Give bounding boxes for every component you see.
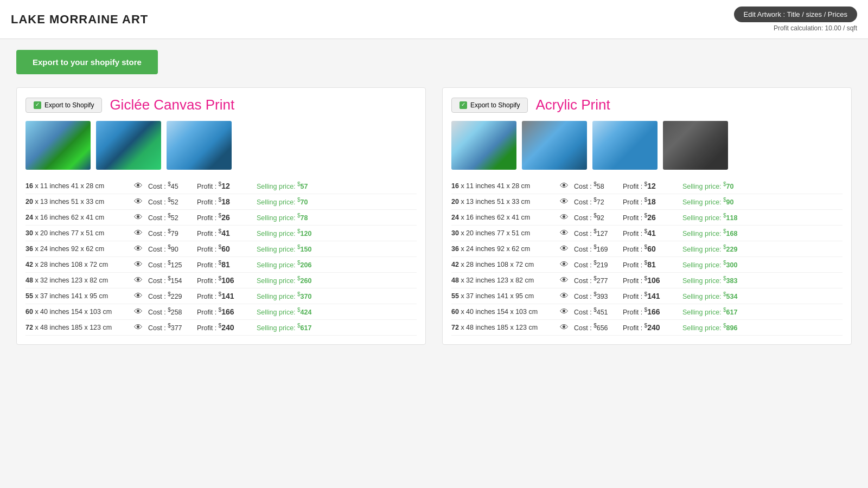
table-row: 42 x 28 inches 108 x 72 cm 👁 Cost : $125… [25,257,417,273]
size-bold: 48 [25,277,33,284]
profit-value: Profit : $26 [197,213,257,222]
size-bold: 72 [25,324,33,331]
visibility-icon[interactable]: 👁 [560,291,574,301]
visibility-icon[interactable]: 👁 [134,213,148,222]
size-label: 72 x 48 inches 185 x 123 cm [451,324,560,331]
visibility-icon[interactable]: 👁 [560,323,574,332]
cost-value: Cost : $451 [574,307,623,316]
size-label: 60 x 40 inches 154 x 103 cm [451,308,560,316]
visibility-icon[interactable]: 👁 [560,260,574,269]
table-row: 30 x 20 inches 77 x 51 cm 👁 Cost : $127 … [451,226,843,241]
size-label: 20 x 13 inches 51 x 33 cm [25,198,134,206]
profit-value: Profit : $81 [197,260,257,269]
cost-value: Cost : $72 [574,197,623,206]
cost-value: Cost : $219 [574,260,623,269]
size-label: 20 x 13 inches 51 x 33 cm [451,198,560,206]
table-row: 55 x 37 inches 141 x 95 cm 👁 Cost : $393… [451,288,843,304]
acrylic-panel-title: Acrylic Print [535,97,610,113]
giclee-panel: Export to Shopify Giclée Canvas Print 16… [16,87,426,345]
selling-price-value: Selling price: $150 [257,244,311,253]
size-label: 48 x 32 inches 123 x 82 cm [25,277,134,284]
selling-price-value: Selling price: $260 [257,275,311,285]
acrylic-export-shopify-button[interactable]: Export to Shopify [451,98,528,113]
visibility-icon[interactable]: 👁 [134,307,148,317]
cost-value: Cost : $656 [574,323,623,332]
cost-value: Cost : $127 [574,228,623,237]
cost-value: Cost : $52 [148,197,197,206]
selling-price-value: Selling price: $120 [257,228,311,237]
edit-artwork-button[interactable]: Edit Artwork : Title / sizes / Prices [734,7,857,22]
size-bold: 42 [451,261,459,268]
size-label: 48 x 32 inches 123 x 82 cm [451,277,560,284]
visibility-icon[interactable]: 👁 [560,197,574,207]
size-bold: 55 [25,292,33,300]
visibility-icon[interactable]: 👁 [134,275,148,285]
profit-value: Profit : $141 [197,291,257,300]
visibility-icon[interactable]: 👁 [134,323,148,332]
table-row: 55 x 37 inches 141 x 95 cm 👁 Cost : $229… [25,288,417,304]
acrylic-panel-header: Export to Shopify Acrylic Print [451,97,843,113]
visibility-icon[interactable]: 👁 [560,244,574,254]
size-bold: 24 [451,214,459,221]
size-label: 72 x 48 inches 185 x 123 cm [25,324,134,331]
size-label: 42 x 28 inches 108 x 72 cm [25,261,134,268]
giclee-image-3 [167,121,232,170]
visibility-icon[interactable]: 👁 [560,181,574,191]
panels-container: Export to Shopify Giclée Canvas Print 16… [16,87,852,345]
size-bold: 36 [451,245,459,253]
cost-value: Cost : $92 [574,213,623,222]
selling-price-value: Selling price: $118 [682,213,737,222]
visibility-icon[interactable]: 👁 [134,228,148,238]
visibility-icon[interactable]: 👁 [134,260,148,269]
size-label: 24 x 16 inches 62 x 41 cm [451,214,560,221]
selling-price-value: Selling price: $57 [257,181,308,190]
giclee-images-row [25,121,417,170]
visibility-icon[interactable]: 👁 [134,291,148,301]
visibility-icon[interactable]: 👁 [134,197,148,207]
acrylic-images-row [451,121,843,170]
table-row: 36 x 24 inches 92 x 62 cm 👁 Cost : $169 … [451,241,843,257]
size-label: 16 x 11 inches 41 x 28 cm [451,182,560,190]
giclee-price-rows: 16 x 11 inches 41 x 28 cm 👁 Cost : $45 P… [25,178,417,336]
acrylic-checkbox-icon [459,101,467,109]
cost-value: Cost : $79 [148,228,197,237]
profit-value: Profit : $141 [623,291,682,300]
table-row: 36 x 24 inches 92 x 62 cm 👁 Cost : $90 P… [25,241,417,257]
visibility-icon[interactable]: 👁 [560,213,574,222]
cost-value: Cost : $125 [148,260,197,269]
selling-price-value: Selling price: $70 [257,197,308,206]
giclee-panel-title: Giclée Canvas Print [110,97,234,113]
size-bold: 16 [25,182,33,190]
export-shopify-main-button[interactable]: Export to your shopify store [16,50,158,74]
acrylic-export-label: Export to Shopify [470,101,520,109]
selling-price-value: Selling price: $617 [682,307,737,316]
visibility-icon[interactable]: 👁 [134,244,148,254]
table-row: 20 x 13 inches 51 x 33 cm 👁 Cost : $52 P… [25,194,417,210]
size-label: 16 x 11 inches 41 x 28 cm [25,182,134,190]
header: LAKE MORRAINE ART Edit Artwork : Title /… [0,0,868,39]
size-label: 30 x 20 inches 77 x 51 cm [451,229,560,237]
table-row: 20 x 13 inches 51 x 33 cm 👁 Cost : $72 P… [451,194,843,210]
size-bold: 20 [25,198,33,206]
visibility-icon[interactable]: 👁 [560,228,574,238]
visibility-icon[interactable]: 👁 [134,181,148,191]
visibility-icon[interactable]: 👁 [560,307,574,317]
table-row: 16 x 11 inches 41 x 28 cm 👁 Cost : $58 P… [451,178,843,194]
cost-value: Cost : $154 [148,275,197,285]
table-row: 72 x 48 inches 185 x 123 cm 👁 Cost : $37… [25,320,417,336]
profit-value: Profit : $12 [623,181,682,190]
table-row: 60 x 40 inches 154 x 103 cm 👁 Cost : $25… [25,304,417,320]
acrylic-image-1 [451,121,516,170]
visibility-icon[interactable]: 👁 [560,275,574,285]
giclee-export-shopify-button[interactable]: Export to Shopify [25,98,102,113]
profit-value: Profit : $60 [197,244,257,253]
profit-value: Profit : $240 [623,323,682,332]
acrylic-panel: Export to Shopify Acrylic Print 16 x 11 … [442,87,852,345]
cost-value: Cost : $229 [148,291,197,300]
selling-price-value: Selling price: $370 [257,291,311,300]
size-label: 30 x 20 inches 77 x 51 cm [25,229,134,237]
table-row: 60 x 40 inches 154 x 103 cm 👁 Cost : $45… [451,304,843,320]
size-label: 36 x 24 inches 92 x 62 cm [451,245,560,253]
table-row: 72 x 48 inches 185 x 123 cm 👁 Cost : $65… [451,320,843,336]
giclee-image-2 [96,121,161,170]
